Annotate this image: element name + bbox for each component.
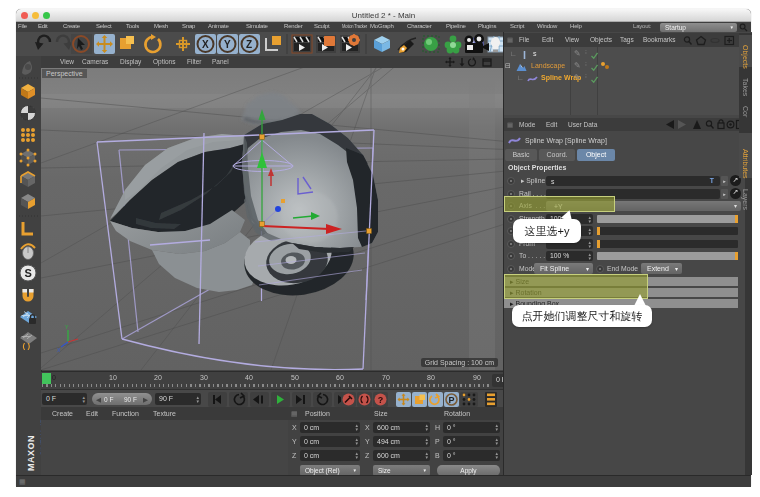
svg-text:Z: Z bbox=[246, 39, 252, 50]
svg-text:Y: Y bbox=[65, 324, 69, 330]
svg-text:P: P bbox=[449, 395, 455, 405]
svg-text:S: S bbox=[25, 267, 32, 279]
svg-text:?: ? bbox=[378, 395, 384, 405]
svg-text:( ): ( ) bbox=[23, 341, 31, 350]
svg-text:X: X bbox=[202, 39, 209, 50]
svg-text:Y: Y bbox=[224, 39, 231, 50]
